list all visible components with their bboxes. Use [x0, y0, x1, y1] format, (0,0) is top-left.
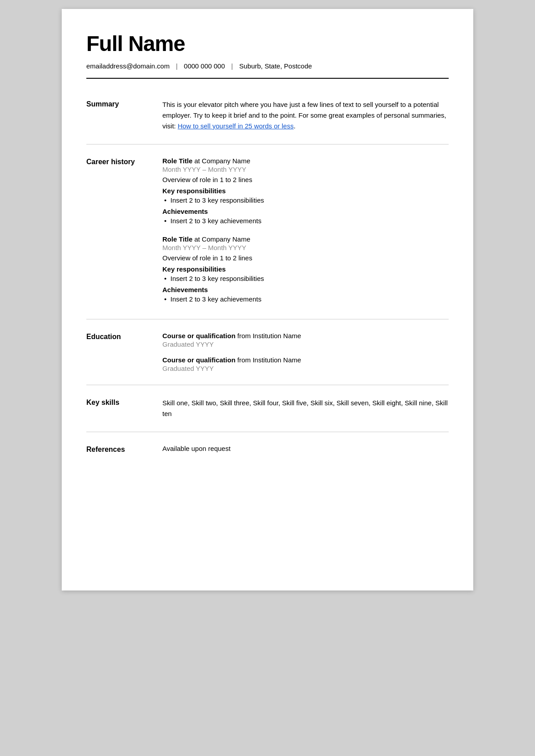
career-history-label: Career history: [86, 157, 162, 306]
summary-text: This is your elevator pitch where you ha…: [162, 99, 449, 132]
summary-link[interactable]: How to sell yourself in 25 words or less: [178, 122, 293, 130]
phone: 0000 000 000: [184, 62, 225, 70]
job-overview-1: Overview of role in 1 to 2 lines: [162, 176, 449, 183]
education-section: Education Course or qualification from I…: [86, 319, 449, 385]
summary-content: This is your elevator pitch where you ha…: [162, 99, 449, 132]
list-item: Insert 2 to 3 key responsibilities: [162, 196, 449, 204]
edu-institution-1: from Institution Name: [235, 332, 301, 340]
edu-title-line-1: Course or qualification from Institution…: [162, 332, 449, 340]
header-rule: [86, 78, 449, 79]
resume-page: Full Name emailaddress@domain.com | 0000…: [62, 9, 473, 590]
achievements-list-2: Insert 2 to 3 key achievements: [162, 295, 449, 303]
location: Suburb, State, Postcode: [239, 62, 312, 70]
key-skills-label: Key skills: [86, 398, 162, 419]
full-name: Full Name: [86, 31, 449, 56]
education-content: Course or qualification from Institution…: [162, 332, 449, 372]
achievements-list-1: Insert 2 to 3 key achievements: [162, 217, 449, 225]
career-history-section: Career history Role Title at Company Nam…: [86, 144, 449, 319]
job-company-2: at Company Name: [192, 235, 250, 243]
education-label: Education: [86, 332, 162, 372]
key-skills-section: Key skills Skill one, Skill two, Skill t…: [86, 385, 449, 432]
responsibilities-label-2: Key responsibilities: [162, 265, 449, 273]
job-title-2: Role Title: [162, 235, 192, 243]
references-text: Available upon request: [162, 445, 449, 452]
job-company-1: at Company Name: [192, 157, 250, 165]
list-item: Insert 2 to 3 key achievements: [162, 295, 449, 303]
edu-title-line-2: Course or qualification from Institution…: [162, 356, 449, 364]
job-overview-2: Overview of role in 1 to 2 lines: [162, 254, 449, 262]
header-section: Full Name emailaddress@domain.com | 0000…: [86, 31, 449, 79]
edu-entry-1: Course or qualification from Institution…: [162, 332, 449, 348]
edu-dates-1: Graduated YYYY: [162, 340, 449, 348]
edu-institution-2: from Institution Name: [235, 356, 301, 364]
separator-2: |: [231, 62, 233, 70]
summary-section: Summary This is your elevator pitch wher…: [86, 87, 449, 144]
edu-qualification-1: Course or qualification: [162, 332, 235, 340]
job-title-line-1: Role Title at Company Name: [162, 157, 449, 165]
separator-1: |: [176, 62, 178, 70]
responsibilities-list-1: Insert 2 to 3 key responsibilities: [162, 196, 449, 204]
job-title-1: Role Title: [162, 157, 192, 165]
job-entry-1: Role Title at Company Name Month YYYY – …: [162, 157, 449, 225]
responsibilities-label-1: Key responsibilities: [162, 187, 449, 195]
edu-dates-2: Graduated YYYY: [162, 365, 449, 372]
list-item: Insert 2 to 3 key achievements: [162, 217, 449, 225]
key-skills-content: Skill one, Skill two, Skill three, Skill…: [162, 398, 449, 419]
job-dates-1: Month YYYY – Month YYYY: [162, 166, 449, 173]
responsibilities-list-2: Insert 2 to 3 key responsibilities: [162, 275, 449, 282]
summary-text-after: .: [293, 122, 295, 130]
job-entry-2: Role Title at Company Name Month YYYY – …: [162, 235, 449, 303]
edu-entry-2: Course or qualification from Institution…: [162, 356, 449, 372]
summary-label: Summary: [86, 99, 162, 132]
references-label: References: [86, 445, 162, 454]
achievements-label-2: Achievements: [162, 286, 449, 293]
career-history-content: Role Title at Company Name Month YYYY – …: [162, 157, 449, 306]
email: emailaddress@domain.com: [86, 62, 170, 70]
skills-text: Skill one, Skill two, Skill three, Skill…: [162, 398, 449, 419]
references-section: References Available upon request: [86, 432, 449, 466]
references-content: Available upon request: [162, 445, 449, 454]
job-dates-2: Month YYYY – Month YYYY: [162, 244, 449, 251]
list-item: Insert 2 to 3 key responsibilities: [162, 275, 449, 282]
achievements-label-1: Achievements: [162, 208, 449, 215]
edu-qualification-2: Course or qualification: [162, 356, 235, 364]
contact-info: emailaddress@domain.com | 0000 000 000 |…: [86, 62, 449, 70]
job-title-line-2: Role Title at Company Name: [162, 235, 449, 243]
